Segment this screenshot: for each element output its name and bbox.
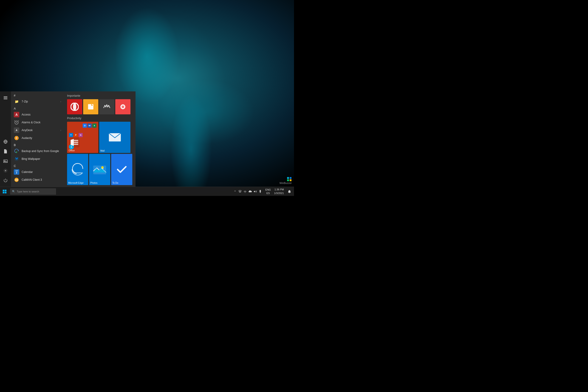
- 7zip-label: 7-Zip: [22, 100, 58, 103]
- sidebar-document-icon-button[interactable]: [1, 147, 10, 156]
- app-item-calman[interactable]: CM CalMAN Client 3: [11, 176, 64, 184]
- svg-rect-6: [4, 160, 8, 162]
- tray-wifi-icon[interactable]: [243, 189, 247, 194]
- alpha-header-hash: #: [11, 92, 64, 98]
- taskbar-date: 1/3/2021: [274, 192, 284, 195]
- taskbar-right: ^: [231, 187, 294, 196]
- section-productivity-label: Productivity: [67, 117, 132, 120]
- alpha-header-a: A: [11, 106, 64, 111]
- svg-rect-2: [4, 99, 7, 99]
- winbuzzer-label: WinBuzzer: [280, 182, 292, 184]
- opera-logo: [70, 103, 79, 111]
- tile-todo[interactable]: To Do: [111, 154, 132, 185]
- audacity-icon: [14, 135, 19, 141]
- app-item-audacity[interactable]: Audacity: [11, 134, 64, 142]
- app-item-backup[interactable]: Backup and Sync from Google: [11, 147, 64, 155]
- svg-rect-35: [3, 190, 4, 191]
- tray-chevron-icon[interactable]: ^: [233, 189, 237, 194]
- tile-photos[interactable]: Photos: [89, 154, 110, 185]
- tray-network-icon[interactable]: [238, 189, 242, 194]
- taskbar-search-bar[interactable]: 🔍 Type here to search: [10, 188, 56, 195]
- app-list-panel: # 📁 7-Zip › A A Access Alarms & Clock: [11, 92, 64, 187]
- access-label: Access: [22, 113, 61, 116]
- taskbar-notification-button[interactable]: [286, 187, 293, 196]
- app-item-alarms[interactable]: Alarms & Clock: [11, 118, 64, 126]
- calman-label: CalMAN Client 3: [22, 178, 61, 182]
- notification-icon: [288, 190, 291, 193]
- winbuzzer-sq2: [290, 177, 292, 179]
- pen-icon: [259, 190, 262, 193]
- taskbar: 🔍 Type here to search ^: [0, 187, 294, 196]
- sticky-notes-logo: [87, 103, 94, 110]
- tile-edge[interactable]: Microsoft Edge: [67, 154, 88, 185]
- svg-text:CM: CM: [15, 179, 18, 181]
- app-item-anydesk[interactable]: A AnyDesk ›: [11, 126, 64, 134]
- sidebar-power-icon-button[interactable]: [1, 176, 10, 185]
- system-tray-icons: ^: [231, 189, 264, 194]
- office-main-icon: [69, 137, 80, 148]
- start-button[interactable]: [0, 187, 9, 196]
- alarms-icon: [14, 120, 19, 125]
- sidebar-bottom: [1, 137, 10, 187]
- alarms-label: Alarms & Clock: [22, 121, 61, 124]
- sidebar-settings-icon-button[interactable]: [1, 166, 10, 175]
- taskbar-search-icon: 🔍: [12, 190, 16, 193]
- cloud-icon: [248, 190, 252, 193]
- productivity-tiles-row-2: Microsoft Edge Photos To Do: [67, 154, 132, 185]
- tile-opera[interactable]: [67, 99, 82, 114]
- anydesk-arrow: ›: [60, 129, 61, 132]
- taskbar-clock[interactable]: 1:36 PM 1/3/2021: [272, 188, 286, 195]
- start-menu: # 📁 7-Zip › A A Access Alarms & Clock: [0, 92, 136, 187]
- tiles-panel: Importante: [64, 92, 136, 187]
- sidebar-photos-icon-button[interactable]: [1, 156, 10, 166]
- tile-office[interactable]: O W X T P N S: [67, 122, 98, 153]
- bing-wallpaper-icon: [14, 156, 19, 162]
- tray-cloud-icon[interactable]: [248, 189, 252, 194]
- network-icon: [238, 190, 242, 193]
- tile-anydesk[interactable]: [115, 99, 130, 114]
- app-item-bing-wallpaper[interactable]: Bing Wallpaper: [11, 155, 64, 163]
- tile-mail-label: Mail: [100, 150, 104, 152]
- app-item-access[interactable]: A Access: [11, 111, 64, 118]
- onenote-sub-icon: N: [78, 133, 83, 137]
- calendar-label: Calendar: [22, 170, 61, 174]
- tile-edge-label: Microsoft Edge: [68, 182, 84, 184]
- taskbar-search-placeholder: Type here to search: [17, 190, 39, 193]
- tile-mail[interactable]: Mail: [99, 122, 130, 153]
- tile-office-label: Office: [69, 149, 75, 152]
- svg-rect-37: [3, 192, 4, 193]
- svg-rect-36: [5, 190, 6, 191]
- taskbar-language[interactable]: ENG ES: [264, 188, 272, 195]
- svg-marker-40: [254, 190, 255, 192]
- edge-logo: [71, 162, 84, 176]
- backup-icon: [14, 148, 19, 154]
- tile-sticky-notes[interactable]: [83, 99, 98, 114]
- mail-logo: [108, 133, 121, 142]
- audacity-label: Audacity: [22, 136, 61, 140]
- svg-rect-1: [4, 98, 7, 98]
- winbuzzer-icon: [287, 177, 292, 181]
- todo-logo: [115, 163, 128, 176]
- winbuzzer-sq1: [287, 177, 289, 179]
- hamburger-menu-button[interactable]: [1, 93, 10, 102]
- app-item-calendar[interactable]: JAN 3 Calendar: [11, 168, 64, 176]
- tray-volume-icon[interactable]: [253, 189, 258, 194]
- bing-wallpaper-label: Bing Wallpaper: [22, 157, 61, 160]
- wifi-icon: [244, 190, 247, 193]
- tile-vmware[interactable]: [99, 99, 114, 114]
- svg-rect-22: [74, 140, 78, 141]
- anydesk-label: AnyDesk: [22, 128, 58, 132]
- 7zip-arrow: ›: [60, 100, 61, 103]
- section-importante-label: Importante: [67, 94, 132, 97]
- app-item-7zip[interactable]: 📁 7-Zip ›: [11, 98, 64, 106]
- svg-point-16: [73, 103, 76, 111]
- sidebar-network-icon-button[interactable]: [1, 137, 10, 146]
- outlook-sub-icon: O: [83, 124, 87, 128]
- office-sub-icons: O W X: [69, 124, 96, 132]
- taskbar-lang-code: ENG: [265, 188, 271, 191]
- tray-pen-icon[interactable]: [258, 189, 262, 194]
- backup-label: Backup and Sync from Google: [22, 150, 61, 153]
- importante-tiles-row: [67, 99, 132, 114]
- svg-rect-17: [88, 104, 94, 110]
- svg-rect-23: [74, 142, 78, 143]
